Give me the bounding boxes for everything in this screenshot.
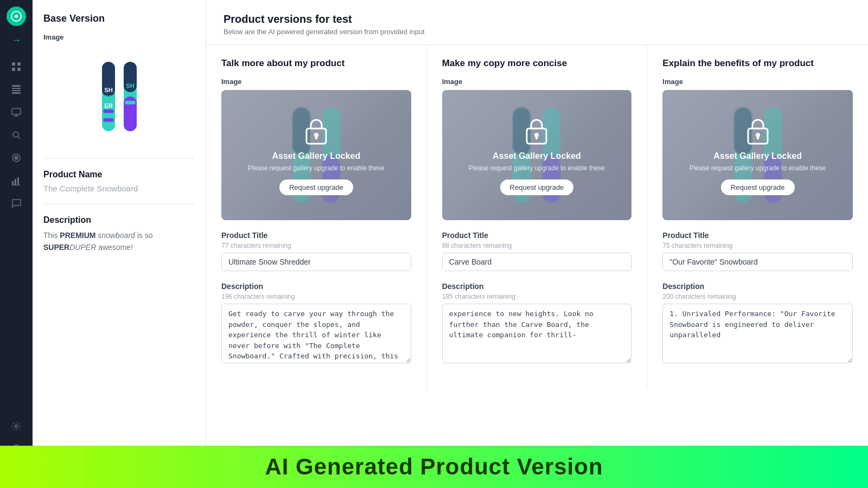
version-1-product-title-input[interactable] <box>221 253 411 271</box>
version-1-description-chars: 196 characters remaining <box>221 293 411 300</box>
version-2-product-title-label: Product Title <box>442 231 632 240</box>
svg-rect-5 <box>12 85 21 87</box>
version-1-title-field: Product Title 77 characters remaining <box>221 231 411 271</box>
svg-rect-19 <box>17 177 19 185</box>
version-1-locked-sub: Please request gallery upgrade to enable… <box>248 164 385 172</box>
svg-point-12 <box>13 132 18 137</box>
version-3-title-field: Product Title 75 characters remaining <box>662 231 853 271</box>
version-1-description-textarea[interactable]: Get ready to carve your way through the … <box>221 304 411 363</box>
version-1-gallery: Asset Gallery Locked Please request gall… <box>221 90 411 220</box>
image-section-label: Image <box>43 33 195 41</box>
svg-point-16 <box>16 157 17 158</box>
sidebar: → <box>0 0 33 488</box>
svg-text:ER: ER <box>104 102 113 109</box>
svg-rect-34 <box>125 92 135 95</box>
version-column-3: Explain the benefits of my product Image <box>647 45 868 389</box>
product-name-label: Product Name <box>43 170 195 179</box>
version-1-description-field: Description 196 characters remaining Get… <box>221 282 411 365</box>
svg-text:SH: SH <box>126 82 135 89</box>
svg-rect-18 <box>15 179 16 185</box>
ai-banner-text: AI Generated Product Version <box>265 454 603 480</box>
version-2-product-title-chars: 88 characters remaining <box>442 242 632 249</box>
svg-rect-4 <box>17 68 21 71</box>
left-panel: Base Version Image SH DF ER SH Product N… <box>33 0 206 488</box>
version-1-product-title-label: Product Title <box>221 231 411 240</box>
version-2-title: Make my copy more concise <box>442 58 632 69</box>
version-1-description-label: Description <box>221 282 411 291</box>
main-header-sub: Below are the AI powered generated versi… <box>224 28 851 36</box>
svg-rect-8 <box>12 92 21 94</box>
description-text: This PREMIUM snowboard is so SUPERDUPER … <box>43 229 195 254</box>
sidebar-icon-chat[interactable] <box>7 194 26 213</box>
svg-rect-1 <box>12 62 15 66</box>
version-1-request-upgrade-btn[interactable]: Request upgrade <box>279 179 353 195</box>
version-3-description-field: Description 200 characters remaining 1. … <box>662 282 853 365</box>
svg-rect-56 <box>757 136 759 139</box>
sidebar-icon-chart[interactable] <box>7 171 26 190</box>
version-3-description-label: Description <box>662 282 853 291</box>
svg-rect-3 <box>12 68 15 71</box>
version-1-locked-title: Asset Gallery Locked <box>272 151 360 161</box>
ai-banner: AI Generated Product Version <box>0 446 868 488</box>
svg-rect-29 <box>103 118 113 121</box>
svg-rect-2 <box>17 62 21 66</box>
svg-rect-17 <box>12 181 14 185</box>
sidebar-icon-grid[interactable] <box>7 57 26 76</box>
version-2-locked-title: Asset Gallery Locked <box>493 151 581 161</box>
version-2-request-upgrade-btn[interactable]: Request upgrade <box>500 179 574 195</box>
sidebar-logo[interactable] <box>7 7 26 26</box>
main-content: Product versions for test Below are the … <box>206 0 868 488</box>
svg-rect-20 <box>12 185 21 185</box>
version-column-1: Talk more about my product Image <box>206 45 427 389</box>
svg-rect-28 <box>103 110 113 113</box>
svg-rect-6 <box>12 88 21 89</box>
sidebar-icon-target[interactable] <box>7 148 26 168</box>
base-snowboard-image: SH DF ER SH <box>43 48 195 145</box>
main-header: Product versions for test Below are the … <box>206 0 868 45</box>
version-1-title: Talk more about my product <box>221 58 411 69</box>
svg-rect-42 <box>315 136 317 139</box>
version-3-request-upgrade-btn[interactable]: Request upgrade <box>721 179 795 195</box>
sidebar-icon-search[interactable] <box>7 125 26 145</box>
version-3-image-label: Image <box>662 78 853 86</box>
version-1-product-title-chars: 77 characters remaining <box>221 242 411 249</box>
version-column-2: Make my copy more concise Image <box>427 45 648 389</box>
svg-point-21 <box>15 425 18 428</box>
version-2-description-field: Description 185 characters remaining exp… <box>442 282 632 365</box>
version-2-gallery: Asset Gallery Locked Please request gall… <box>442 90 632 220</box>
svg-text:SH: SH <box>104 87 113 93</box>
sidebar-icon-monitor[interactable] <box>7 102 26 122</box>
version-3-description-textarea[interactable]: 1. Unrivaled Performance: "Our Favorite … <box>662 304 853 363</box>
version-2-description-textarea[interactable]: experience to new heights. Look no furth… <box>442 304 632 363</box>
svg-rect-35 <box>125 101 135 104</box>
version-2-title-field: Product Title 88 characters remaining <box>442 231 632 271</box>
version-2-description-label: Description <box>442 282 632 291</box>
version-3-locked-sub: Please request gallery upgrade to enable… <box>690 164 826 172</box>
description-label: Description <box>43 215 195 225</box>
sidebar-icon-table[interactable] <box>7 80 26 99</box>
version-2-locked-sub: Please request gallery upgrade to enable… <box>469 164 605 172</box>
version-3-product-title-input[interactable] <box>662 253 853 271</box>
version-3-title: Explain the benefits of my product <box>662 58 853 69</box>
svg-rect-9 <box>12 108 21 114</box>
version-1-image-label: Image <box>221 78 411 86</box>
svg-rect-7 <box>12 90 21 91</box>
sidebar-nav-arrow[interactable]: → <box>11 35 21 46</box>
product-name-value: The Complete Snowboard <box>43 184 195 193</box>
sidebar-icon-gear[interactable] <box>7 416 26 436</box>
versions-grid: Talk more about my product Image <box>206 45 868 389</box>
version-2-product-title-input[interactable] <box>442 253 632 271</box>
version-3-description-chars: 200 characters remaining <box>662 293 853 300</box>
version-3-gallery: Asset Gallery Locked Please request gall… <box>662 90 853 220</box>
version-3-product-title-label: Product Title <box>662 231 853 240</box>
svg-line-13 <box>18 137 20 139</box>
svg-rect-49 <box>535 136 538 139</box>
base-version-title: Base Version <box>43 13 195 24</box>
version-2-description-chars: 185 characters remaining <box>442 293 632 300</box>
svg-text:DF: DF <box>104 94 112 101</box>
version-3-product-title-chars: 75 characters remaining <box>662 242 853 249</box>
version-2-image-label: Image <box>442 78 632 86</box>
main-header-title: Product versions for test <box>224 13 851 25</box>
version-3-locked-title: Asset Gallery Locked <box>713 151 802 161</box>
